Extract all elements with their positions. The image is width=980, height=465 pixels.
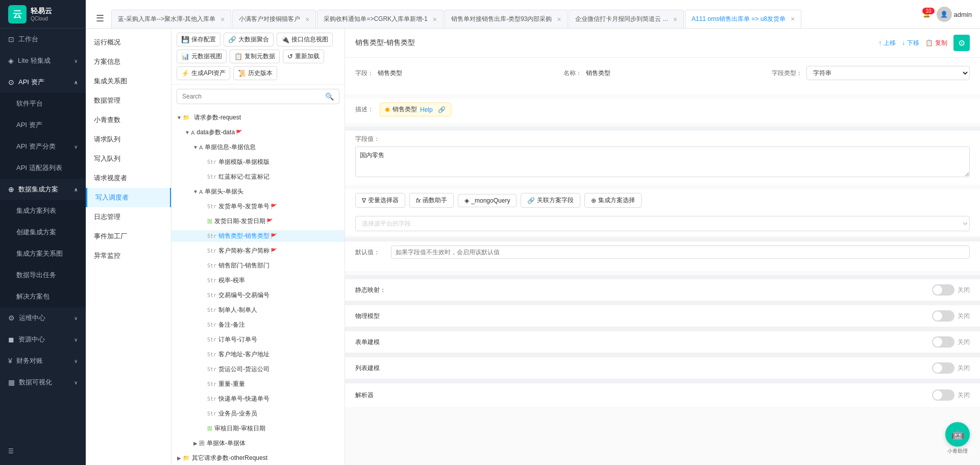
notification-bell[interactable]: 🔔 10 (923, 11, 930, 18)
tree-row-21[interactable]: Str 业务员-业务员 (172, 408, 345, 420)
integration-select-button[interactable]: ⊕ 集成方案选择 (584, 193, 642, 208)
tree-row-14[interactable]: Str 制单人-制单人 (172, 304, 345, 316)
tree-toggle-2[interactable]: ▼ (184, 130, 191, 135)
tree-row-15[interactable]: Str 备注-备注 (172, 319, 345, 331)
tab-2-close-icon[interactable]: × (305, 15, 309, 23)
search-icon[interactable]: 🔍 (320, 89, 339, 104)
sidebar-item-finance[interactable]: ¥ 财务对账 ∨ (0, 350, 86, 372)
sidebar-item-create-integration[interactable]: 创建集成方案 (0, 222, 86, 243)
static-map-toggle[interactable]: 关闭 (932, 284, 970, 296)
sidebar-item-resources[interactable]: ◼ 资源中心 ∨ (0, 329, 86, 350)
settings-button[interactable]: ⚙ (953, 35, 970, 51)
tree-row-4[interactable]: Str 单据模版-单据模版 (172, 156, 345, 168)
tree-row-20[interactable]: Str 快递单号-快递单号 (172, 393, 345, 405)
tree-row-19[interactable]: Str 重量-重量 (172, 378, 345, 390)
table-build-switch[interactable] (932, 336, 954, 348)
desc-help-link[interactable]: Help (420, 106, 433, 113)
tree-row-24[interactable]: ▶ 📁 其它请求参数-otherRequest (172, 452, 345, 464)
tree-row-8[interactable]: 固 发货日期-发货日期 🚩 (172, 215, 345, 227)
sidebar-item-api-adapter[interactable]: API 适配器列表 (0, 157, 86, 179)
save-config-button[interactable]: 💾 保存配置 (177, 33, 220, 46)
tree-row-22[interactable]: 固 审核日期-审核日期 (172, 423, 345, 434)
sidebar-item-solution-package[interactable]: 解决方案包 (0, 286, 86, 307)
meta-view-button[interactable]: 📊 元数据视图 (177, 50, 227, 63)
tab-4-close-icon[interactable]: × (557, 15, 561, 23)
sidebar-item-api-category[interactable]: API 资产分类 ∨ (0, 136, 86, 157)
tree-row-11[interactable]: Str 销售部门-销售部门 (172, 260, 345, 272)
tree-row-23[interactable]: ▶ 囲 单据体-单据体 (172, 437, 345, 449)
assistant-button[interactable]: 🤖 (945, 422, 970, 447)
left-nav-write-queue[interactable]: 写入队列 (86, 149, 171, 168)
parser-switch[interactable] (932, 389, 954, 401)
tree-row-10[interactable]: Str 客户简称-客户简称 🚩 (172, 245, 345, 257)
tree-row-1[interactable]: ▼ 📁 请求参数-request (172, 112, 345, 124)
list-build-toggle[interactable]: 关闭 (932, 362, 970, 374)
down-action-button[interactable]: ↓ 下移 (902, 39, 919, 47)
field-value-input[interactable]: 国内零售 (355, 146, 970, 177)
tree-row-16[interactable]: Str 订单号-订单号 (172, 334, 345, 346)
sidebar-item-software[interactable]: 软件平台 (0, 93, 86, 114)
tree-row-12[interactable]: Str 税率-税率 (172, 275, 345, 286)
left-nav-overview[interactable]: 运行概况 (86, 33, 171, 52)
parser-toggle[interactable]: 关闭 (932, 389, 970, 401)
left-nav-write-degree[interactable]: 写入调度者 (86, 188, 171, 207)
left-nav-error-monitor[interactable]: 异常监控 (86, 246, 171, 265)
tree-toggle-6[interactable]: ▼ (192, 189, 199, 194)
tree-row-17[interactable]: Str 客户地址-客户地址 (172, 349, 345, 360)
table-build-toggle[interactable]: 关闭 (932, 336, 970, 348)
copy-action-button[interactable]: 📋 复制 (925, 39, 947, 47)
gen-api-button[interactable]: ⚡ 生成API资产 (177, 66, 230, 80)
tab-6[interactable]: A111 oms销售出库单 => u8发货单 × (685, 10, 801, 28)
up-action-button[interactable]: ↑ 上移 (878, 39, 896, 47)
tree-row-2[interactable]: ▼ A data参数-data 🚩 (172, 127, 345, 138)
tab-5[interactable]: 企业微信打卡月报同步到简道云 ... × (569, 10, 684, 28)
sidebar-item-data-integration[interactable]: ⊕ 数据集成方案 ∧ (0, 179, 86, 200)
left-nav-log-mgmt[interactable]: 日志管理 (86, 207, 171, 227)
tree-row-18[interactable]: Str 货运公司-货运公司 (172, 363, 345, 375)
tab-6-close-icon[interactable]: × (791, 15, 795, 23)
type-select[interactable]: 字符串 数字 布尔 日期 (806, 66, 970, 80)
sidebar-item-integration-list[interactable]: 集成方案列表 (0, 200, 86, 222)
tree-toggle-24[interactable]: ▶ (176, 455, 183, 461)
left-nav-xq[interactable]: 小青查数 (86, 110, 171, 130)
menu-toggle-button[interactable]: ☰ (90, 9, 110, 28)
left-nav-integration-graph[interactable]: 集成关系图 (86, 71, 171, 91)
physical-model-toggle[interactable]: 关闭 (932, 310, 970, 322)
sidebar-item-data-vis[interactable]: ▦ 数据可视化 ∨ (0, 372, 86, 393)
sidebar-item-api[interactable]: ⊙ API 资产 ∧ (0, 71, 86, 93)
sidebar-item-workbench[interactable]: ⊡ 工作台 (0, 29, 86, 50)
var-selector-button[interactable]: ∇ 变量选择器 (355, 193, 405, 208)
tree-row-6[interactable]: ▼ A 单据头-单据头 (172, 186, 345, 198)
tree-row-3[interactable]: ▼ A 单据信息-单据信息 (172, 141, 345, 153)
left-nav-data-mgmt[interactable]: 数据管理 (86, 91, 171, 110)
default-value-input[interactable] (391, 246, 970, 259)
history-button[interactable]: 📜 历史版本 (233, 66, 277, 80)
tab-1-close-icon[interactable]: × (220, 15, 225, 23)
sidebar-item-data-export[interactable]: 数据导出任务 (0, 264, 86, 286)
tab-1[interactable]: 蓝-采购入库单-->聚水潭-其他入库单 × (111, 10, 231, 28)
tab-3[interactable]: 采购收料通知单=>CGRK入库单新增-1 × (317, 10, 444, 28)
big-data-merge-button[interactable]: 🔗 大数据聚合 (224, 33, 274, 46)
tree-row-9[interactable]: Str 销售类型-销售类型 🚩 (172, 230, 345, 242)
left-nav-request-queue[interactable]: 请求队列 (86, 130, 171, 149)
sidebar-item-lite[interactable]: ◈ Lite 轻集成 ∨ (0, 50, 86, 71)
tab-4[interactable]: 销售单对接销售出库-类型93内部采购 × (445, 10, 568, 28)
related-field-button[interactable]: 🔗 关联方案字段 (521, 193, 580, 208)
tree-row-13[interactable]: Str 交易编号-交易编号 (172, 289, 345, 301)
list-build-switch[interactable] (932, 362, 954, 374)
copy-meta-button[interactable]: 📋 复制元数据 (230, 50, 280, 63)
tab-2[interactable]: 小满客户对接铜猫客户 × (232, 10, 316, 28)
sidebar-item-api-asset[interactable]: API 资产 (0, 114, 86, 136)
reload-button[interactable]: ↺ 重新加载 (283, 50, 324, 63)
left-nav-request-degree[interactable]: 请求视度者 (86, 168, 171, 188)
tree-toggle-23[interactable]: ▶ (192, 440, 199, 446)
source-platform-select[interactable]: 选择源平台的字段 (355, 216, 970, 231)
tree-row-5[interactable]: Str 红蓝标记-红蓝标记 (172, 171, 345, 183)
tree-toggle-3[interactable]: ▼ (192, 144, 199, 150)
sidebar-item-integration-relation[interactable]: 集成方案关系图 (0, 243, 86, 264)
sidebar-item-ops[interactable]: ⚙ 运维中心 ∨ (0, 307, 86, 329)
interface-view-button[interactable]: 🔌 接口信息视图 (277, 33, 333, 46)
func-helper-button[interactable]: fx 函数助手 (409, 193, 454, 208)
tree-row-7[interactable]: Str 发货单号-发货单号 🚩 (172, 201, 345, 212)
mongo-query-button[interactable]: ◈ _mongoQuery (458, 194, 517, 207)
